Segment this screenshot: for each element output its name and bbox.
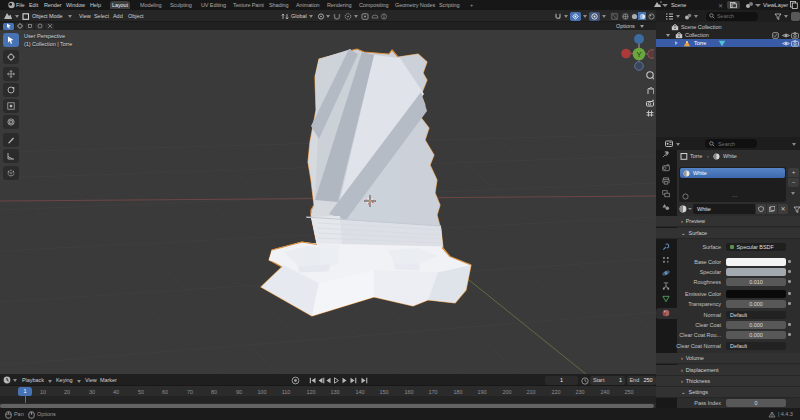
svg-text:Y: Y	[637, 50, 642, 59]
